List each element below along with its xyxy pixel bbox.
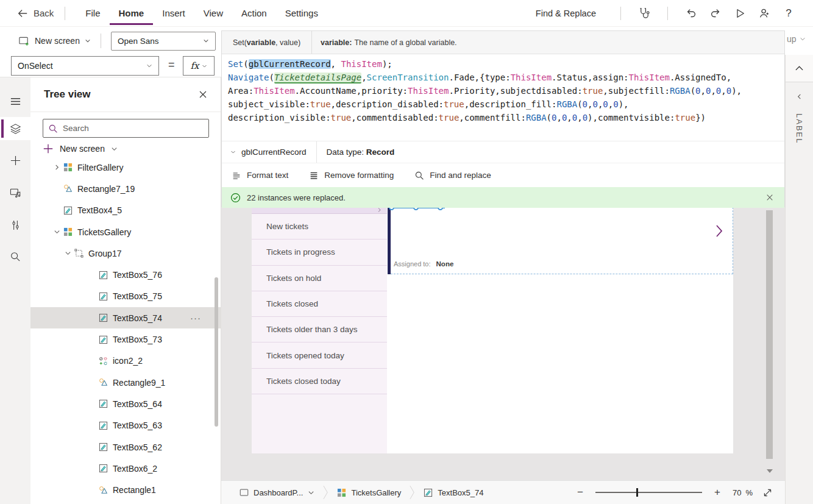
undo-button[interactable] [679,1,703,26]
code-token: RGBA [526,113,547,122]
code-token: ThisItem [341,59,382,69]
menu-item-home[interactable]: Home [110,1,154,25]
left-rail [0,77,30,504]
remove-formatting-button[interactable]: Remove formatting [309,171,394,180]
tree-item-TicketsGallery[interactable]: TicketsGallery [30,221,221,243]
breadcrumb-item-dashboardp[interactable]: DashboardP... [233,488,321,497]
zoom-out-button[interactable]: − [575,486,586,499]
find-replace-button[interactable]: Find & Replace [536,9,596,18]
format-text-button[interactable]: Format text [232,171,288,180]
help-button[interactable]: ? [776,1,801,26]
code-line: Area:ThisItem.AccountName,priority:ThisI… [228,84,784,98]
zoom-slider-handle[interactable] [636,488,638,497]
search-icon [48,124,58,133]
chevron-down-icon[interactable] [62,250,73,257]
tree-item-TextBox4_5[interactable]: TextBox4_5 [30,200,221,221]
tree-item-label: FilterGallery [77,163,221,172]
notification-close-button[interactable] [764,191,776,204]
tree-item-TextBox5_62[interactable]: TextBox5_62 [30,436,221,458]
tree-item-TextBox5_64[interactable]: TextBox5_64 [30,393,221,414]
tree-item-Group17[interactable]: Group17 [30,243,221,264]
app-canvas[interactable]: New ticketsTickets in progressTickets on… [252,207,733,453]
zoom-slider[interactable] [595,486,702,499]
font-family-select[interactable]: Open Sans [111,32,216,51]
gallery-item[interactable]: Tickets in progress [252,240,387,265]
main-menu: FileHomeInsertViewActionSettings [76,0,327,27]
formula-editor[interactable]: Set(gblCurrentRecord, ThisItem);Navigate… [222,54,784,141]
property-name: OnSelect [18,61,53,71]
panel-expand-button[interactable] [786,82,813,100]
breadcrumb-item-textbox574[interactable]: TextBox5_74 [417,488,489,497]
zoom-slider-track [595,492,702,493]
app-checker-button[interactable] [632,1,656,26]
breadcrumb-item-ticketsgallery[interactable]: TicketsGallery [331,488,407,497]
menu-item-action[interactable]: Action [232,1,276,25]
tree-item-TextBox5_76[interactable]: TextBox5_76 [30,264,221,285]
chevron-right-icon[interactable] [715,224,723,238]
screen-icon [240,488,249,497]
property-select[interactable]: OnSelect [11,56,159,76]
tree-item-TextBox5_63[interactable]: TextBox5_63 [30,415,221,436]
search-icon [414,171,424,180]
divider [620,7,621,20]
tree-item-icon2_2[interactable]: icon2_2 [30,350,221,372]
gallery-item[interactable]: Tickets closed today [252,369,387,394]
tree-item-TextBox5_73[interactable]: TextBox5_73 [30,328,221,350]
redo-button[interactable] [703,1,728,26]
menu-item-insert[interactable]: Insert [153,1,194,25]
scroll-down-arrow[interactable] [767,469,773,473]
gallery-selected-row-partial[interactable] [252,207,387,214]
rail-media-button[interactable] [0,181,30,204]
new-screen-ribbon-button[interactable]: New screen [18,35,91,47]
chevron-down-icon[interactable] [308,489,314,496]
assigned-value: None [436,260,454,268]
tree-item-TextBox6_2[interactable]: TextBox6_2 [30,458,221,479]
tree-close-button[interactable] [195,87,211,102]
rail-advanced-tools-button[interactable] [0,213,30,236]
menu-item-settings[interactable]: Settings [276,1,327,25]
tree-item-TextBox5_75[interactable]: TextBox5_75 [30,286,221,307]
variable-expander[interactable]: gblCurrentRecord [222,141,317,163]
collapse-menu-button[interactable] [0,90,30,113]
tree-item-Rectangle9_1[interactable]: Rectangle9_1 [30,372,221,393]
tree-item-TextBox5_74[interactable]: TextBox5_74··· [30,307,221,328]
code-token: ( [269,73,274,82]
gallery-item[interactable]: Tickets opened today [252,343,387,368]
tree-item-Rectangle1[interactable]: Rectangle1 [30,479,221,500]
rail-tree-view-button[interactable] [0,117,30,140]
scrollbar-thumb[interactable] [766,210,773,459]
chevron-right-icon[interactable] [51,164,62,171]
share-button[interactable] [752,1,776,26]
play-button[interactable] [728,1,752,26]
gallery-item[interactable]: New tickets [252,214,387,240]
icon-icon [99,357,108,366]
search-input[interactable] [63,124,204,133]
back-button[interactable]: Back [17,8,54,19]
fx-menu-button[interactable]: fx [183,56,215,76]
fullscreen-button[interactable] [762,488,773,498]
gallery-item[interactable]: Tickets older than 3 days [252,317,387,343]
tree-item-label: Rectangle1 [113,485,221,495]
gallery-item[interactable]: Tickets closed [252,291,387,317]
menu-item-view[interactable]: View [194,1,232,25]
tickets-gallery[interactable]: New ticketsTickets in progressTickets on… [252,207,387,453]
menu-item-file[interactable]: File [76,1,109,25]
rail-search-button[interactable] [0,245,30,268]
code-token: .Priority,subjectdisabled: [449,86,582,96]
new-screen-button[interactable]: New screen [43,143,118,154]
textbox-icon [424,488,433,497]
find-and-replace-button[interactable]: Find and replace [414,171,491,180]
layers-icon [10,123,21,135]
tree-item-label: TextBox5_63 [113,421,221,430]
gallery-item[interactable]: Tickets on hold [252,266,387,291]
tree-item-Rectangle7_19[interactable]: Rectangle7_19 [30,178,221,199]
code-token: subject_visible: [228,99,310,109]
tree-item-FilterGallery[interactable]: FilterGallery [30,157,221,178]
zoom-in-button[interactable]: + [712,486,723,499]
group-button-clipped[interactable]: up [787,34,806,44]
ticket-detail-card[interactable]: Assigned to: None [388,207,733,274]
formula-collapse-button[interactable] [785,55,813,82]
chevron-down-icon[interactable] [51,229,62,235]
tree-scrollbar[interactable] [215,277,218,427]
rail-insert-button[interactable] [0,149,30,172]
